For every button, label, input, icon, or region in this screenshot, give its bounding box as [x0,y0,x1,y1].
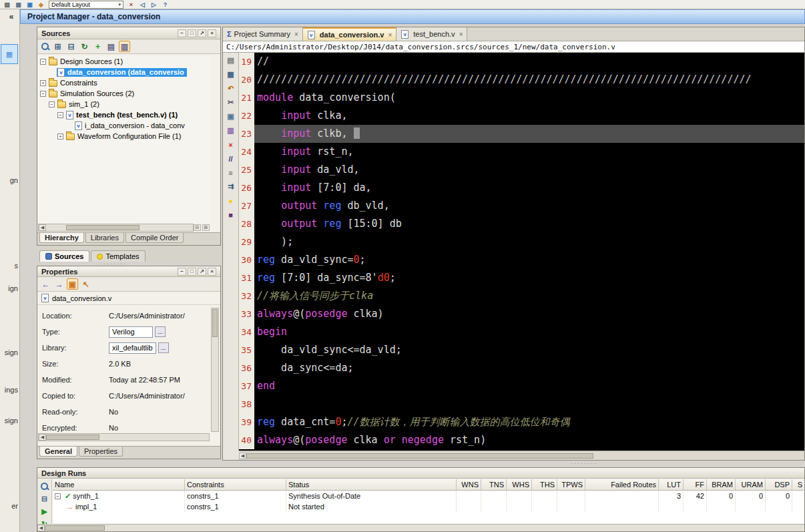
runs-column-header[interactable]: Status [286,479,457,491]
code-area[interactable]: 19//20//////////////////////////////////… [239,53,804,451]
tree-item[interactable]: −vtest_bench (test_bench.v) (1) [38,109,211,120]
ellipsis-button[interactable]: ... [155,326,166,337]
tab-close-icon[interactable]: × [459,31,463,38]
search-icon[interactable] [39,481,49,491]
code-line[interactable] [254,395,804,413]
shrink-tree-icon[interactable]: ⊟ [194,224,201,231]
scroll-left-icon[interactable]: ◀ [37,525,45,531]
scroll-left-icon[interactable]: ◀ [39,224,46,231]
expand-all-icon[interactable]: ⊞ [52,41,63,52]
sources-hscrollbar[interactable]: ◀ [38,224,194,232]
maximize-button[interactable]: □ [188,29,196,37]
code-line[interactable]: // [254,53,804,71]
code-line[interactable]: end [254,377,804,395]
layout-icon[interactable]: ▦ [14,1,23,9]
scroll-thumb[interactable] [46,435,99,440]
auto-update-icon[interactable]: ▣ [67,278,78,290]
float-button[interactable]: ↗ [198,268,206,276]
tree-expander[interactable]: − [40,91,46,97]
run-icon[interactable]: ▶ [39,506,50,517]
runs-column-header[interactable]: S [792,479,804,491]
tab-close-icon[interactable]: × [294,31,298,38]
code-line[interactable]: da_sync<=da; [254,359,804,377]
refresh-icon[interactable]: ↻ [79,41,90,52]
runs-column-header[interactable]: Name [53,479,185,491]
tree-item[interactable]: −Design Sources (1) [38,56,211,67]
line-numbers-icon[interactable]: ≡ [225,167,237,178]
code-line[interactable]: input rst_n, [254,143,804,161]
minimize-button[interactable]: − [178,29,186,37]
layout-combo[interactable]: Default Layout ▾ [49,1,123,9]
undo-icon[interactable]: ↶ [225,83,237,94]
tree-item[interactable]: +Waveform Configuration File (1) [38,131,211,142]
scroll-left-icon[interactable]: ◀ [39,434,46,441]
code-line[interactable]: input [7:0] da, [254,179,804,197]
back-icon[interactable]: ← [40,278,51,290]
ellipsis-button[interactable]: ... [158,342,169,353]
file-properties-icon[interactable]: ▤ [225,55,237,66]
flow-navigator-selected-item[interactable]: ▦ [1,44,18,64]
close-layout-icon[interactable]: × [127,1,136,9]
save-file-icon[interactable]: ▦ [225,69,237,80]
editor-hscrollbar[interactable]: ◀ [239,451,804,460]
runs-column-header[interactable]: BRAM [707,479,736,491]
runs-column-header[interactable]: Failed Routes [585,479,659,491]
scroll-thumb[interactable] [246,453,593,459]
property-value-box[interactable]: xil_defaultlib [109,342,156,354]
code-line[interactable]: module data_conversion( [254,89,804,107]
subtab-sources[interactable]: Sources [39,250,89,262]
runs-expander[interactable]: − [55,493,61,499]
tree-item[interactable]: −sim_1 (2) [38,99,211,109]
tree-expander[interactable]: + [57,134,63,140]
close-button[interactable]: × [208,29,216,37]
close-button[interactable]: × [208,268,216,276]
runs-column-header[interactable]: URAM [736,479,766,491]
indent-icon[interactable]: ⇉ [225,181,237,192]
scroll-thumb[interactable] [212,309,218,337]
tab-properties[interactable]: Properties [79,447,123,457]
collapse-panel-button[interactable]: « [5,11,17,23]
float-button[interactable]: ↗ [198,29,206,37]
settings-icon[interactable]: ■ [225,209,237,220]
search-icon[interactable] [40,41,50,51]
code-line[interactable]: always@(posedge clka) [254,305,804,323]
toggle-comment-icon[interactable]: // [225,153,237,164]
run-row[interactable]: →impl_1constrs_1Not started [53,501,804,512]
tab-compile-order[interactable]: Compile Order [125,233,184,243]
runs-column-header[interactable]: FF [684,479,707,491]
maximize-button[interactable]: □ [188,268,196,276]
tree-expander[interactable]: − [49,101,55,107]
runs-column-header[interactable]: WHS [507,479,532,491]
splitter-handle[interactable]: ········ [571,460,597,467]
scroll-thumb[interactable] [66,225,140,230]
code-line[interactable]: output reg db_vld, [254,197,804,215]
run-row[interactable]: −✓synth_1constrs_1Synthesis Out-of-Date3… [53,491,804,501]
tab-libraries[interactable]: Libraries [85,233,124,243]
menu-icon[interactable]: ▤ [3,1,11,9]
editor-tab-data-conversion-v[interactable]: vdata_conversion.v× [303,27,396,41]
code-line[interactable]: input da_vld, [254,161,804,179]
editor-tab-project-summary[interactable]: ΣProject Summary× [223,27,303,41]
collapse-runs-icon[interactable]: ⊟ [39,493,50,504]
property-value-box[interactable]: Verilog [109,326,153,338]
design-runs-hscrollbar[interactable]: ◀ [37,524,804,531]
properties-vscrollbar[interactable] [211,308,219,432]
code-line[interactable]: ////////////////////////////////////////… [254,71,804,89]
code-line[interactable]: reg da_vld_sync=0; [254,251,804,269]
prev-icon[interactable]: ◁ [138,1,147,9]
delete-icon[interactable]: × [225,139,237,150]
tree-item[interactable]: −Simulation Sources (2) [38,88,211,99]
add-source-icon[interactable]: + [92,41,103,52]
code-line[interactable]: output reg [15:0] db [254,215,804,233]
code-line[interactable]: da_vld_sync<=da_vld; [254,341,804,359]
tool-icon[interactable]: ▣ [25,1,34,9]
tab-close-icon[interactable]: × [388,31,392,39]
tree-item[interactable]: +Constraints [38,77,211,88]
code-line[interactable]: reg data_cnt=0;//数据计数，用于判断输入数据的高位低位和奇偶 [254,413,804,431]
runs-column-header[interactable]: DSP [766,479,792,491]
code-line[interactable]: ); [254,233,804,251]
tab-general[interactable]: General [39,447,77,457]
runs-column-header[interactable]: THS [532,479,557,491]
code-line[interactable]: //将输入信号同步于clka [254,287,804,305]
next-icon[interactable]: ▷ [150,1,158,9]
